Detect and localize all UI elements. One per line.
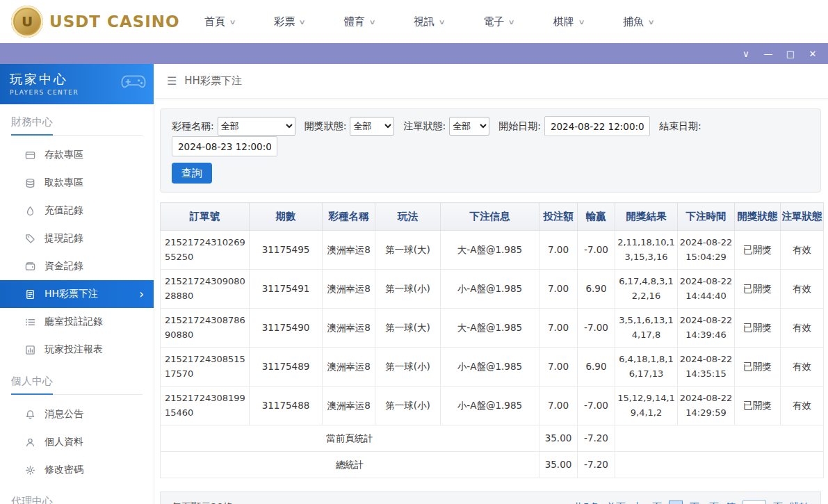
close-icon[interactable]: ✕ <box>807 49 818 58</box>
cell-draw-result: 6,4,18,1,8,16,17,13 <box>615 348 678 387</box>
start-date-input[interactable] <box>544 116 650 136</box>
cell-bet-status: 有效 <box>781 387 824 425</box>
sidebar-item-profile[interactable]: 個人資料 <box>0 428 154 456</box>
nav-item-live-video[interactable]: 視訊∨ <box>414 15 444 29</box>
cell-period: 31175491 <box>250 270 323 309</box>
sidebar-item-funds-records[interactable]: 資金記錄 <box>0 252 154 280</box>
coins-icon <box>25 178 35 188</box>
query-button[interactable]: 查詢 <box>172 163 212 184</box>
cell-draw-status: 已開獎 <box>735 231 781 270</box>
list-icon <box>25 317 35 327</box>
end-date-label: 結束日期: <box>659 120 701 133</box>
top-nav: 首頁∨彩票∨體育∨視訊∨電子∨棋牌∨捕魚∨ <box>204 15 654 29</box>
current-page-indicator[interactable]: 1 <box>669 501 683 504</box>
col-header-draw-result: 開獎結果 <box>615 203 678 231</box>
chevron-down-icon: ∨ <box>508 18 515 26</box>
jump-button[interactable]: 跳转 <box>790 501 809 504</box>
summary-empty <box>615 452 824 478</box>
section-label-agent-center: 代理中心 <box>0 484 154 504</box>
nav-item-fishing[interactable]: 捕魚∨ <box>623 15 654 29</box>
chevron-down-icon: ∨ <box>439 18 446 26</box>
cell-draw-result: 6,17,4,8,3,12,2,16 <box>615 270 678 309</box>
col-header-play-type: 玩法 <box>375 203 441 231</box>
cell-play-type: 第一球(小) <box>375 270 441 309</box>
pagination-bar: 每頁顯示20條 共5条 首页 上一页 1 下一页 第 页 跳转 <box>160 491 821 504</box>
chevron-right-icon: › <box>139 288 147 300</box>
site-logo[interactable]: U USDT CASINO <box>11 6 184 38</box>
bet-status-filter-label: 注單狀態: <box>403 120 446 133</box>
col-header-period: 期數 <box>250 203 323 231</box>
tag-icon <box>25 234 35 244</box>
nav-item-sports[interactable]: 體育∨ <box>344 15 375 29</box>
cell-period: 31175495 <box>250 231 323 270</box>
cell-win-loss: 6.90 <box>578 270 615 309</box>
jump-suffix-label: 页 <box>773 501 783 504</box>
cell-bet-time: 2024-08-22 14:44:40 <box>678 270 735 309</box>
sidebar-item-hh-lottery-bets[interactable]: HH彩票下注› <box>0 280 154 308</box>
gamepad-icon <box>120 74 147 91</box>
cell-order-number: 2152172430908028880 <box>161 270 250 309</box>
sidebar-item-hall-bet-records[interactable]: 廳室投註記錄 <box>0 308 154 336</box>
cell-lottery-name: 澳洲幸运8 <box>323 309 375 348</box>
sidebar-item-withdraw-zone[interactable]: 取款專區 <box>0 169 154 197</box>
chevron-down-icon: ∨ <box>299 18 306 26</box>
table-row: 215217243102695525031175495澳洲幸运8第一球(大)大-… <box>161 231 824 270</box>
cell-bet-info: 大-A盤@1.985 <box>441 231 539 270</box>
minimize-icon[interactable]: — <box>763 49 774 58</box>
menu-icon[interactable]: ☰ <box>167 74 177 88</box>
cell-bet-time: 2024-08-22 14:29:59 <box>678 387 735 425</box>
summary-empty <box>615 425 824 452</box>
sidebar-item-withdrawal-records[interactable]: 提現記錄 <box>0 225 154 252</box>
total-count-label: 共5条 <box>574 501 599 504</box>
lottery-filter-select[interactable]: 全部 <box>218 117 295 136</box>
cell-order-number: 2152172431026955250 <box>161 231 250 270</box>
col-header-bet-time: 下注時間 <box>678 203 735 231</box>
sidebar-item-announcements[interactable]: 消息公告 <box>0 400 154 428</box>
next-page-link[interactable]: 下一页 <box>690 501 719 504</box>
nav-item-lottery[interactable]: 彩票∨ <box>274 15 305 29</box>
summary-winloss-total: -7.20 <box>578 452 615 478</box>
cell-bet-info: 小-A盤@1.985 <box>441 387 539 425</box>
draw-status-filter-select[interactable]: 全部 <box>350 117 394 136</box>
cell-lottery-name: 澳洲幸运8 <box>323 387 375 425</box>
page-size-label: 每頁顯示20條 <box>172 501 233 504</box>
table-row: 215217243090802888031175491澳洲幸运8第一球(小)小-… <box>161 270 824 309</box>
logo-text: USDT CASINO <box>49 13 180 31</box>
prev-page-link[interactable]: 上一页 <box>633 501 662 504</box>
page-jump-input[interactable] <box>742 500 766 504</box>
breadcrumb: ☰ HH彩票下注 <box>154 64 828 99</box>
logo-emblem-icon: U <box>11 6 43 38</box>
cell-order-number: 2152172430878690880 <box>161 309 250 348</box>
nav-item-home[interactable]: 首頁∨ <box>204 15 235 29</box>
sidebar-item-deposit-zone[interactable]: 存款專區 <box>0 141 154 169</box>
cell-order-number: 2152172430819915460 <box>161 387 250 425</box>
cell-win-loss: -7.00 <box>578 231 615 270</box>
first-page-link[interactable]: 首页 <box>606 501 626 504</box>
sidebar-item-player-bet-report[interactable]: 玩家投注報表 <box>0 336 154 364</box>
cell-draw-status: 已開獎 <box>735 309 781 348</box>
window-bar: ∨ — □ ✕ <box>0 43 828 64</box>
cell-bet-info: 小-A盤@1.985 <box>441 270 539 309</box>
collapse-icon[interactable]: ∨ <box>740 49 752 58</box>
col-header-order-number: 訂單號 <box>161 203 250 231</box>
cell-bet-time: 2024-08-22 14:39:46 <box>678 309 735 348</box>
col-header-bet-info: 下注信息 <box>441 203 539 231</box>
wallet-icon <box>25 261 35 272</box>
cell-bet-amount: 7.00 <box>539 387 578 425</box>
maximize-icon[interactable]: □ <box>785 49 796 58</box>
nav-item-slots[interactable]: 電子∨ <box>483 15 514 29</box>
bell-icon <box>25 409 35 420</box>
bet-status-filter-select[interactable]: 全部 <box>449 117 489 136</box>
sidebar-item-change-password[interactable]: 修改密碼 <box>0 456 154 484</box>
cell-play-type: 第一球(大) <box>375 231 441 270</box>
col-header-bet-amount: 投注額 <box>539 203 578 231</box>
cell-bet-status: 有效 <box>781 348 824 387</box>
end-date-input[interactable] <box>172 136 277 156</box>
table-row: 215217243085151757031175489澳洲幸运8第一球(小)小-… <box>161 348 824 387</box>
page-title: HH彩票下注 <box>184 74 242 88</box>
cell-draw-result: 15,12,9,14,19,4,1,2 <box>615 387 678 425</box>
sidebar: 玩家中心 PLAYERS CENTER 財務中心存款專區取款專區充值記錄提現記錄… <box>0 64 154 504</box>
sidebar-item-recharge-records[interactable]: 充值記錄 <box>0 197 154 225</box>
nav-item-chess[interactable]: 棋牌∨ <box>553 15 584 29</box>
summary-row-current-page: 當前頁統計35.00-7.20 <box>161 425 824 452</box>
